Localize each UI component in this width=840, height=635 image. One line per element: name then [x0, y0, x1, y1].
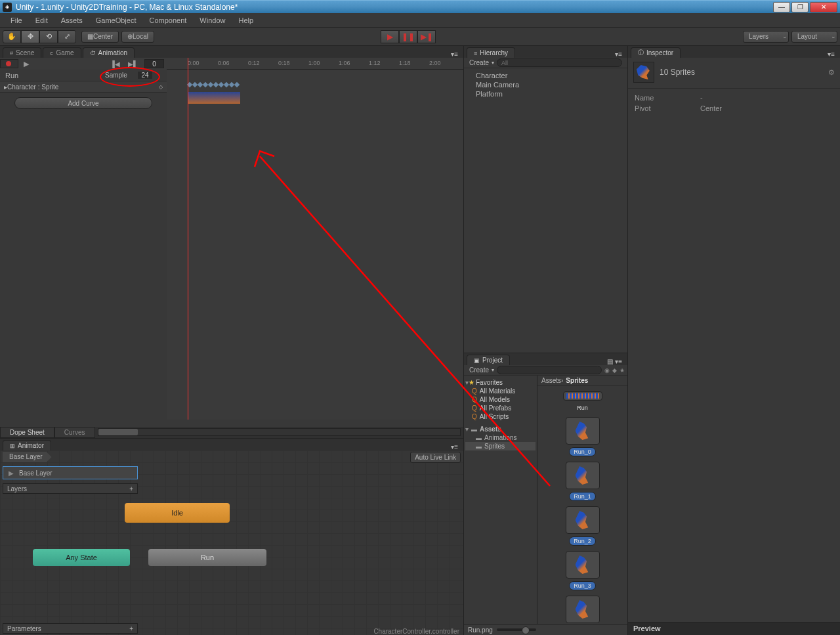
type-icon[interactable]: ◆	[612, 367, 617, 374]
fav-item[interactable]: QAll Models	[465, 395, 536, 404]
hierarchy-tab-menu[interactable]: ▾≡	[612, 51, 625, 58]
sprite-item[interactable]: Run_2	[562, 506, 604, 546]
scale-tool[interactable]: ⤢	[58, 30, 76, 43]
sprite-atlas[interactable]: Run	[562, 391, 604, 412]
sprite-previews	[188, 92, 240, 104]
hierarchy-create[interactable]: Create	[467, 59, 492, 66]
menu-help[interactable]: Help	[232, 14, 260, 26]
tab-inspector[interactable]: ⓘInspector	[631, 47, 681, 58]
menu-gameobject[interactable]: GameObject	[89, 14, 143, 26]
menu-file[interactable]: File	[4, 14, 29, 26]
hierarchy-item[interactable]: Main Camera	[469, 80, 622, 89]
close-button[interactable]: ✕	[810, 2, 837, 12]
tab-animator[interactable]: ⊞Animator	[3, 440, 51, 450]
record-icon	[6, 61, 11, 66]
prev-key-button[interactable]: ▐◀	[110, 60, 120, 68]
favorites-header[interactable]: ▾★Favorites	[465, 378, 536, 387]
layers-dropdown[interactable]: Layers	[743, 31, 789, 43]
time-ruler[interactable]: 0:00 0:06 0:12 0:18 1:00 1:06 1:12 1:18 …	[167, 58, 463, 70]
minimize-button[interactable]: —	[773, 2, 790, 12]
next-key-button[interactable]: ▶▌	[128, 60, 138, 68]
fav-item[interactable]: QAll Scripts	[465, 412, 536, 421]
project-tab-menu[interactable]: ▤ ▾≡	[604, 358, 625, 365]
local-toggle[interactable]: ⊕ Local	[121, 31, 154, 43]
hierarchy-item[interactable]: Platform	[469, 89, 622, 99]
star-icon[interactable]: ★	[620, 367, 625, 374]
thumbnail-size-slider[interactable]	[497, 628, 536, 631]
hierarchy-item[interactable]: Character	[469, 71, 622, 80]
folder-item[interactable]: ▬Sprites	[465, 442, 536, 450]
folder-icon: ▬	[471, 426, 477, 433]
inspector-header: 10 Sprites ⚙	[628, 58, 840, 87]
maximize-button[interactable]: ❐	[791, 2, 808, 12]
sample-input[interactable]	[138, 72, 152, 79]
tab-game[interactable]: ᴄGame	[43, 47, 81, 58]
hierarchy-icon: ≡	[474, 50, 477, 56]
animator-tab-menu[interactable]: ▾≡	[448, 443, 461, 450]
keyframe-icon: ◇	[159, 84, 163, 90]
animator-graph[interactable]: Base Layer Auto Live Link ▶Base Layer La…	[0, 450, 463, 635]
gear-icon[interactable]: ⚙	[828, 68, 835, 77]
pause-button[interactable]: ❚❚	[399, 30, 417, 43]
breadcrumb[interactable]: Base Layer	[3, 452, 52, 462]
project-panel: ▣Project ▤ ▾≡ Create▾ ◉◆★ ▾★Favorites QA…	[464, 353, 627, 635]
unity-logo-icon: ◈	[3, 3, 12, 12]
step-button[interactable]: ▶❚	[417, 30, 436, 43]
sprite-item[interactable]: Run_3	[562, 551, 604, 590]
timeline-scrollbar[interactable]	[98, 428, 461, 436]
timeline[interactable]: 0:00 0:06 0:12 0:18 1:00 1:06 1:12 1:18 …	[167, 58, 463, 420]
tab-project[interactable]: ▣Project	[467, 355, 510, 365]
add-parameter-button[interactable]: +	[129, 625, 133, 632]
record-button[interactable]	[0, 59, 18, 68]
sprite-item[interactable]: Run_0	[562, 417, 604, 456]
menu-window[interactable]: Window	[193, 14, 232, 26]
state-any[interactable]: Any State	[33, 549, 130, 566]
window-title: Unity - 1.unity - Unity2DTraining - PC, …	[16, 3, 772, 12]
layout-dropdown[interactable]: Layout	[791, 31, 837, 43]
search-icon: Q	[472, 405, 477, 412]
assets-folder[interactable]: ▾▬Assets	[465, 425, 536, 433]
state-idle[interactable]: Idle	[125, 503, 230, 523]
tab-scene[interactable]: #Scene	[3, 47, 41, 58]
tab-menu[interactable]: ▾≡	[448, 51, 461, 58]
curves-tab[interactable]: Curves	[54, 427, 95, 438]
clip-dropdown[interactable]: Run	[5, 72, 18, 79]
fav-item[interactable]: QAll Prefabs	[465, 404, 536, 412]
menu-edit[interactable]: Edit	[29, 14, 54, 26]
anim-play-button[interactable]: ▶	[24, 60, 29, 68]
search-icon: Q	[472, 387, 477, 395]
filter-icon[interactable]: ◉	[604, 367, 610, 374]
left-tabs: #Scene ᴄGame ⏱Animation ▾≡	[0, 46, 463, 58]
tab-animation[interactable]: ⏱Animation	[83, 47, 135, 58]
menubar: File Edit Assets GameObject Component Wi…	[0, 13, 840, 28]
layer-item[interactable]: ▶Base Layer	[3, 466, 138, 479]
auto-live-link[interactable]: Auto Live Link	[410, 452, 461, 463]
dope-sheet-tab[interactable]: Dope Sheet	[0, 427, 54, 438]
add-layer-button[interactable]: +	[129, 485, 133, 493]
hand-tool[interactable]: ✋	[3, 30, 21, 43]
project-search[interactable]	[497, 366, 602, 374]
folder-icon: ▬	[476, 443, 482, 450]
sprite-item[interactable]: Run_1	[562, 462, 604, 501]
tab-hierarchy[interactable]: ≡Hierarchy	[467, 47, 515, 58]
center-toggle[interactable]: ▦ Center	[81, 31, 119, 43]
frame-input[interactable]	[144, 59, 164, 68]
hierarchy-search[interactable]	[497, 58, 622, 67]
playhead[interactable]	[188, 58, 188, 420]
move-tool[interactable]: ✥	[21, 30, 39, 43]
add-curve-button[interactable]: Add Curve	[14, 97, 152, 109]
rotate-tool[interactable]: ⟲	[39, 30, 58, 43]
preview-header[interactable]: Preview	[628, 622, 840, 635]
property-row[interactable]: ▸Character : Sprite ◇	[0, 81, 167, 93]
sprite-item[interactable]	[562, 596, 604, 623]
play-button[interactable]: ▶	[381, 30, 399, 43]
inspector-row: Name-	[628, 93, 840, 103]
folder-item[interactable]: ▬Animations	[465, 433, 536, 442]
menu-assets[interactable]: Assets	[54, 14, 89, 26]
state-run[interactable]: Run	[148, 549, 266, 566]
menu-component[interactable]: Component	[142, 14, 193, 26]
inspector-tab-menu[interactable]: ▾≡	[825, 51, 837, 58]
project-breadcrumb[interactable]: Assets › Sprites	[537, 376, 627, 386]
project-create[interactable]: Create	[467, 366, 492, 374]
fav-item[interactable]: QAll Materials	[465, 387, 536, 395]
